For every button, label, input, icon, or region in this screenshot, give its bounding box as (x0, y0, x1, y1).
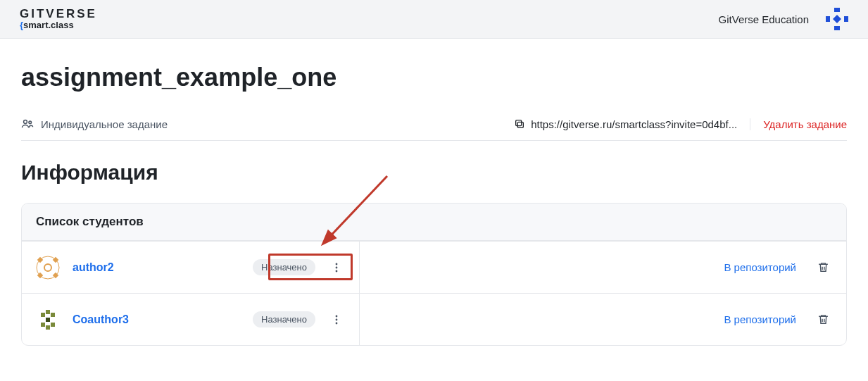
delete-student-button[interactable] (817, 313, 829, 325)
main-content: assignment_example_one Индивидуальное за… (0, 39, 868, 374)
invite-link-block[interactable]: https://gitverse.ru/smartclass?invite=0d… (514, 118, 737, 130)
status-badge: Назначено (253, 259, 315, 275)
student-cell-left: author2 Назначено (22, 242, 360, 293)
svg-point-17 (336, 270, 338, 272)
students-heading: Список студентов (22, 204, 846, 241)
svg-rect-23 (46, 325, 50, 330)
svg-point-25 (336, 315, 338, 317)
student-avatar[interactable] (36, 308, 60, 332)
meta-row: Индивидуальное задание https://gitverse.… (21, 118, 847, 141)
svg-rect-2 (826, 16, 830, 22)
svg-point-15 (336, 263, 338, 265)
row-menu-button[interactable] (328, 311, 345, 328)
student-row: Coauthor3 Назначено В репозиторий (22, 293, 846, 345)
svg-rect-0 (834, 8, 840, 12)
svg-rect-8 (516, 120, 522, 126)
student-row: author2 Назначено В репозиторий (22, 241, 846, 293)
svg-rect-19 (51, 313, 55, 317)
logo-main: GITVERSE (20, 8, 97, 20)
row-menu-button[interactable] (328, 259, 345, 276)
students-card: Список студентов author2 Назначено (21, 203, 847, 346)
task-type-label: Индивидуальное задание (41, 118, 168, 130)
svg-point-16 (336, 266, 338, 268)
top-right: GitVerse Education (719, 8, 848, 30)
svg-rect-21 (51, 323, 55, 327)
copy-icon (514, 118, 525, 130)
svg-point-5 (24, 120, 27, 124)
svg-rect-20 (41, 323, 45, 327)
repo-link[interactable]: В репозиторий (724, 261, 796, 273)
people-icon (21, 118, 34, 130)
logo[interactable]: GITVERSE {smart.class (20, 8, 97, 30)
page-title: assignment_example_one (21, 63, 847, 92)
student-name-link[interactable]: Coauthor3 (73, 313, 240, 326)
student-name-link[interactable]: author2 (73, 261, 240, 274)
invite-url: https://gitverse.ru/smartclass?invite=0d… (531, 118, 737, 130)
student-cell-left: Coauthor3 Назначено (22, 294, 360, 345)
status-badge: Назначено (253, 311, 315, 327)
delete-assignment-link[interactable]: Удалить задание (750, 118, 847, 130)
student-avatar[interactable] (36, 256, 60, 280)
svg-marker-4 (833, 15, 841, 23)
repo-link[interactable]: В репозиторий (724, 313, 796, 325)
svg-rect-1 (834, 26, 840, 30)
logo-sub: {smart.class (20, 20, 97, 30)
svg-rect-7 (518, 122, 524, 127)
svg-rect-3 (844, 16, 848, 22)
task-type: Индивидуальное задание (21, 118, 168, 130)
svg-point-6 (29, 121, 32, 124)
svg-rect-18 (41, 313, 45, 317)
svg-rect-24 (46, 318, 50, 322)
student-cell-right: В репозиторий (360, 242, 846, 293)
student-cell-right: В репозиторий (360, 294, 846, 345)
user-avatar[interactable] (826, 8, 848, 30)
info-heading: Информация (21, 161, 847, 185)
svg-point-27 (336, 322, 338, 324)
svg-rect-22 (46, 310, 50, 314)
svg-point-26 (336, 318, 338, 320)
nav-education-link[interactable]: GitVerse Education (719, 13, 809, 25)
delete-student-button[interactable] (817, 261, 829, 273)
top-bar: GITVERSE {smart.class GitVerse Education (0, 0, 868, 39)
